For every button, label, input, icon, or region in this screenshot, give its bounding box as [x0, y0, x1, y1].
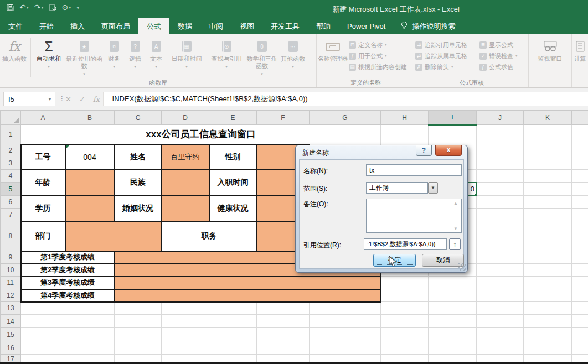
cancel-button[interactable]: 取消 — [422, 254, 464, 267]
scope-select[interactable]: 工作簿 — [366, 182, 428, 194]
formula-input[interactable]: =INDEX(数据源!$C:$C,MATCH(Sheet1!$B$2,数据源!$… — [103, 92, 588, 106]
col-header-A[interactable]: A — [21, 111, 65, 125]
row-header-10[interactable]: 10 — [1, 264, 21, 277]
col-header-J[interactable]: J — [477, 111, 524, 125]
name-box-dropdown-icon[interactable]: ▼ — [48, 97, 55, 102]
scope-dropdown-icon[interactable]: ▼ — [428, 182, 438, 194]
row-header-17[interactable]: 17 — [1, 355, 21, 363]
row-header-8[interactable]: 8 — [1, 221, 21, 251]
col-header-C[interactable]: C — [115, 111, 162, 125]
fill-handle[interactable] — [474, 194, 477, 196]
insert-function-fx-icon[interactable]: fx — [93, 95, 100, 103]
comment-textarea[interactable] — [366, 199, 462, 233]
tab-formulas[interactable]: 公式 — [138, 18, 169, 34]
date-time-button[interactable]: ▦ 日期和时间▾ — [167, 37, 207, 70]
cell-minzu-label[interactable]: 民族 — [115, 170, 162, 196]
col-header-L-partial[interactable] — [572, 111, 588, 125]
define-name-button[interactable]: ⊡ 定义名称▾ — [349, 39, 407, 50]
cell-gonghao-value[interactable]: 004 — [65, 144, 115, 170]
col-header-I[interactable]: I — [429, 111, 477, 125]
cell-quarter4-value[interactable] — [115, 289, 381, 302]
cell-bumen-label[interactable]: 部门 — [21, 221, 65, 251]
touch-mode-icon[interactable]: ⊙▾ — [62, 3, 71, 12]
text-button[interactable]: A 文本▾ — [146, 37, 167, 70]
cell-nianling-label[interactable]: 年龄 — [21, 170, 65, 196]
row-header-2[interactable]: 2 — [1, 144, 21, 157]
error-checking-button[interactable]: ✓ 错误检查▾ — [479, 50, 518, 61]
select-all-corner[interactable] — [1, 111, 21, 125]
cell-quarter3-label[interactable]: 第3季度考核成绩 — [21, 277, 115, 289]
col-header-F[interactable]: F — [257, 111, 310, 125]
refers-to-input[interactable]: :1!$B$2,数据源!$A:$A,0)) — [364, 238, 447, 250]
autosum-button[interactable]: Σ 自动求和▾ — [33, 37, 65, 70]
cell-nianling-value[interactable] — [65, 170, 115, 196]
more-functions-button[interactable]: ⋯ 其他函数▾ — [277, 37, 308, 70]
cell-xingming-label[interactable]: 姓名 — [115, 144, 162, 170]
use-in-formula-button[interactable]: ƒ 用于公式▾ — [349, 50, 407, 61]
dialog-close-button[interactable]: x — [435, 145, 462, 156]
show-formulas-button[interactable]: ≣ 显示公式 — [479, 39, 518, 50]
col-header-G[interactable]: G — [310, 111, 381, 125]
lookup-reference-button[interactable]: ⊙ 查找与引用▾ — [207, 37, 246, 70]
name-manager-button[interactable]: 名称管理器 — [317, 37, 349, 63]
cell-gonghao-label[interactable]: 工号 — [21, 144, 65, 170]
row-header-1[interactable]: 1 — [1, 125, 21, 144]
cell-minzu-value[interactable] — [162, 170, 209, 196]
cell-hunyin-value[interactable] — [162, 196, 209, 221]
row-header-14[interactable]: 14 — [1, 315, 21, 328]
tab-developer[interactable]: 开发工具 — [262, 18, 308, 34]
redo-icon[interactable]: ↷▾ — [34, 3, 44, 12]
undo-icon[interactable]: ↶▾ — [19, 3, 29, 12]
cell-bumen-value[interactable] — [65, 221, 162, 251]
print-preview-icon[interactable] — [49, 4, 56, 11]
row-header-5[interactable]: 5 — [1, 183, 21, 196]
row-header-16[interactable]: 16 — [1, 341, 21, 355]
scroll-up-icon[interactable]: ▲ — [453, 201, 458, 206]
evaluate-formula-button[interactable]: ƒ 公式求值 — [479, 61, 518, 72]
customize-qat-icon[interactable]: ▾ — [76, 4, 79, 11]
save-icon[interactable] — [7, 4, 14, 11]
cell-xueli-value[interactable] — [65, 196, 115, 221]
cell-quarter2-label[interactable]: 第2季度考核成绩 — [21, 264, 115, 277]
cell-quarter4-label[interactable]: 第4季度考核成绩 — [21, 289, 115, 302]
math-trig-button[interactable]: θ 数学和三角函数▾ — [246, 37, 277, 77]
tab-home[interactable]: 开始 — [31, 18, 62, 34]
tab-help[interactable]: 帮助 — [308, 18, 339, 34]
cell-quarter1-label[interactable]: 第1季度考核成绩 — [21, 251, 115, 264]
cancel-entry-icon[interactable]: ✕ — [65, 95, 71, 103]
col-header-E[interactable]: E — [209, 111, 257, 125]
enter-entry-icon[interactable]: ✓ — [79, 95, 85, 103]
col-header-D[interactable]: D — [162, 111, 209, 125]
tell-me-search[interactable]: 操作说明搜索 — [394, 18, 462, 34]
row-header-15[interactable]: 15 — [1, 328, 21, 341]
logical-button[interactable]: ? 逻辑▾ — [125, 37, 146, 70]
cell-hunyin-label[interactable]: 婚姻状况 — [115, 196, 162, 221]
cell-zhiwu-label[interactable]: 职务 — [162, 221, 257, 251]
col-header-B[interactable]: B — [65, 111, 115, 125]
scroll-down-icon[interactable]: ▼ — [453, 226, 458, 231]
create-from-selection-button[interactable]: ▤ 根据所选内容创建 — [349, 61, 407, 72]
tab-view[interactable]: 视图 — [231, 18, 262, 34]
cell-quarter3-value[interactable] — [115, 277, 381, 289]
cell-ruzhi-label[interactable]: 入职时间 — [209, 170, 257, 196]
row-header-4[interactable]: 4 — [1, 170, 21, 183]
tab-data[interactable]: 数据 — [169, 18, 200, 34]
name-input[interactable]: tx — [366, 164, 462, 176]
resize-grip[interactable] — [458, 263, 466, 271]
tab-file[interactable]: 文件 — [0, 18, 31, 34]
tab-power-pivot[interactable]: Power Pivot — [339, 18, 394, 34]
financial-button[interactable]: ¤ 财务▾ — [104, 37, 125, 70]
row-header-13[interactable]: 13 — [1, 302, 21, 315]
row-header-3[interactable]: 3 — [1, 157, 21, 170]
cell-xueli-label[interactable]: 学历 — [21, 196, 65, 221]
tab-review[interactable]: 审阅 — [200, 18, 231, 34]
trace-dependents-button[interactable]: ⇄ 追踪从属单元格 — [415, 50, 479, 61]
row-header-7[interactable]: 7 — [1, 209, 21, 221]
row-header-11[interactable]: 11 — [1, 277, 21, 289]
sheet-title-cell[interactable]: xxx公司员工信息查询窗口 — [21, 125, 381, 144]
watch-window-button[interactable]: 监视窗口 — [533, 37, 568, 63]
trace-precedents-button[interactable]: ⇉ 追踪引用单元格 — [415, 39, 479, 50]
insert-function-button[interactable]: fx 插入函数 — [0, 37, 29, 63]
cell-xingming-value[interactable]: 百里守约 — [162, 144, 209, 170]
tab-insert[interactable]: 插入 — [62, 18, 93, 34]
